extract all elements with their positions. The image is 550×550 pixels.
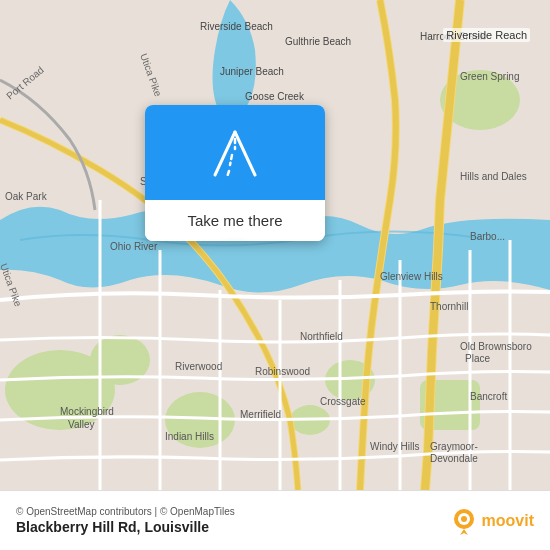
moovit-brand-text: moovit <box>482 512 534 530</box>
svg-text:Green Spring: Green Spring <box>460 71 519 82</box>
svg-text:Thornhill: Thornhill <box>430 301 468 312</box>
svg-text:Devondale: Devondale <box>430 453 478 464</box>
moovit-logo: moovit <box>450 507 534 535</box>
svg-text:Ohio River: Ohio River <box>110 241 158 252</box>
svg-text:Old Brownsboro: Old Brownsboro <box>460 341 532 352</box>
bottom-bar: © OpenStreetMap contributors | © OpenMap… <box>0 490 550 550</box>
svg-text:Hills and Dales: Hills and Dales <box>460 171 527 182</box>
popup-header <box>145 105 325 200</box>
road-icon <box>205 127 265 182</box>
svg-text:Robinswood: Robinswood <box>255 366 310 377</box>
svg-text:Mockingbird: Mockingbird <box>60 406 114 417</box>
svg-text:Windy Hills: Windy Hills <box>370 441 419 452</box>
svg-text:Crossgate: Crossgate <box>320 396 366 407</box>
map-popup: Take me there <box>145 105 325 241</box>
map-container: Gulthrie Beach Riverside Beach Harrods C… <box>0 0 550 490</box>
svg-text:Gulthrie Beach: Gulthrie Beach <box>285 36 351 47</box>
svg-text:Goose Creek: Goose Creek <box>245 91 305 102</box>
moovit-pin-icon <box>450 507 478 535</box>
svg-line-38 <box>215 132 235 175</box>
svg-text:Oak Park: Oak Park <box>5 191 48 202</box>
svg-text:Graymoor-: Graymoor- <box>430 441 478 452</box>
svg-point-45 <box>461 516 467 522</box>
svg-text:Merrifield: Merrifield <box>240 409 281 420</box>
svg-text:Indian Hills: Indian Hills <box>165 431 214 442</box>
svg-text:Bancroft: Bancroft <box>470 391 507 402</box>
svg-text:Northfield: Northfield <box>300 331 343 342</box>
svg-text:Riverside Beach: Riverside Beach <box>200 21 273 32</box>
svg-text:Riverwood: Riverwood <box>175 361 222 372</box>
svg-text:Barbo...: Barbo... <box>470 231 505 242</box>
address-label: Blackberry Hill Rd, Louisville <box>16 519 235 535</box>
svg-text:Place: Place <box>465 353 490 364</box>
map-attribution: © OpenStreetMap contributors | © OpenMap… <box>16 506 235 517</box>
svg-line-41 <box>230 155 232 165</box>
svg-text:Juniper Beach: Juniper Beach <box>220 66 284 77</box>
svg-text:Glenview Hills: Glenview Hills <box>380 271 443 282</box>
svg-line-42 <box>227 171 229 177</box>
svg-line-39 <box>235 132 255 175</box>
take-me-there-button[interactable]: Take me there <box>145 200 325 241</box>
svg-text:Valley: Valley <box>68 419 95 430</box>
location-label: Riverside Reach <box>443 28 530 42</box>
